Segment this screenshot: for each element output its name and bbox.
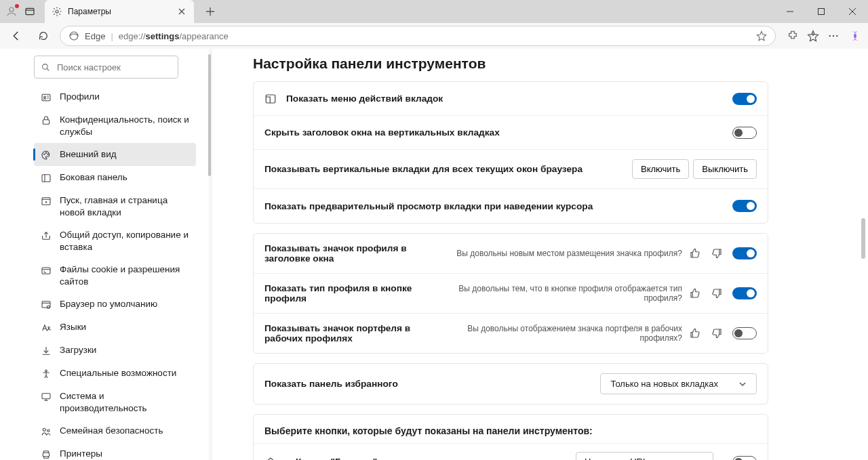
close-tab-button[interactable] (176, 6, 187, 17)
favorite-star-icon[interactable] (756, 30, 767, 41)
notification-dot-icon (15, 4, 19, 8)
configure-url-button[interactable]: Настроить URL-адрес кнопки (576, 452, 713, 460)
row-label: Скрыть заголовок окна на вертикальных вк… (264, 127, 723, 138)
sidebar-item-family[interactable]: Семейная безопасность (34, 419, 196, 442)
profile-icon[interactable] (5, 5, 18, 18)
sidebar-item-label: Семейная безопасность (60, 425, 163, 437)
row-label: Кнопка "Главная" (296, 457, 562, 460)
svg-point-2 (56, 10, 58, 13)
thumbs-down-icon[interactable] (711, 287, 723, 299)
sidebar-item-label: Общий доступ, копирование и вставка (60, 229, 189, 253)
sidebar-item-sidebar[interactable]: Боковая панель (34, 166, 196, 189)
sidebar-list: Профили Конфиденциальность, поиск и служ… (9, 85, 203, 316)
scrollbar-thumb-icon[interactable] (208, 54, 211, 176)
enable-button[interactable]: Включить (632, 159, 689, 179)
tab-icon (264, 93, 277, 105)
search-box[interactable] (34, 56, 178, 79)
maximize-button[interactable] (806, 0, 837, 23)
svg-rect-3 (818, 9, 825, 15)
page-title: Настройка панели инструментов (253, 56, 868, 72)
thumbs-up-icon[interactable] (689, 287, 701, 299)
settings-group-1: Показать меню действий вкладок Скрыть за… (253, 81, 768, 224)
row-briefcase: Показывать значок портфеля в рабочих про… (254, 314, 768, 353)
svg-point-23 (47, 430, 50, 432)
sidebar-item-printers[interactable]: Принтеры (34, 442, 196, 460)
address-field[interactable]: Edge | edge://settings/appearance (60, 26, 776, 46)
svg-rect-26 (266, 95, 275, 103)
svg-rect-9 (42, 94, 50, 100)
accessibility-icon (41, 369, 52, 379)
content: Профили Конфиденциальность, поиск и служ… (0, 49, 868, 460)
sidebar-item-label: Специальные возможности (60, 367, 176, 379)
sidebar-item-system[interactable]: Система и производительность (34, 385, 196, 419)
row-label: Показать панель избранного (264, 379, 600, 389)
sidebar-item-label: Браузер по умолчанию (60, 298, 157, 310)
collections-icon[interactable] (807, 30, 819, 42)
svg-point-6 (833, 35, 834, 37)
active-tab[interactable]: Параметры (45, 0, 194, 23)
svg-rect-18 (42, 301, 50, 308)
select-value: Только на новых вкладках (610, 379, 718, 389)
sidebar-item-profiles[interactable]: Профили (34, 85, 196, 108)
toggle-profile-icon[interactable] (732, 247, 757, 259)
share-icon (41, 230, 52, 241)
svg-rect-1 (26, 8, 34, 14)
tab-overview-icon[interactable] (24, 6, 35, 17)
row-favorites-bar: Показать панель избранного Только на нов… (254, 364, 768, 404)
sidebar-item-privacy[interactable]: Конфиденциальность, поиск и службы (34, 108, 196, 143)
toggle-hide-title-vertical[interactable] (732, 127, 757, 139)
sidebar-item-label: Внешний вид (60, 148, 117, 161)
sidebar-item-label: Система и производительность (60, 390, 189, 414)
svg-point-22 (43, 429, 45, 432)
browser-icon (41, 299, 52, 310)
row-question: Вы довольны новым местом размещения знач… (456, 249, 682, 258)
sidebar-item-languages[interactable]: Языки (34, 316, 196, 339)
sidebar-item-accessibility[interactable]: Специальные возможности (34, 362, 196, 385)
search-icon (41, 62, 50, 72)
svg-point-8 (43, 64, 48, 69)
toggle-briefcase[interactable] (732, 327, 757, 339)
settings-group-2: Показывать значок профиля в заголовке ок… (253, 233, 768, 354)
row-label: Показать тип профиля в кнопке профиля (264, 283, 420, 304)
row-label: Показывать значок профиля в заголовке ок… (264, 243, 454, 264)
thumbs-down-icon[interactable] (711, 247, 723, 259)
lock-icon (41, 115, 52, 126)
sidebar-item-downloads[interactable]: Загрузки (34, 339, 196, 362)
sidebar-item-label: Загрузки (60, 344, 96, 356)
toggle-tab-preview[interactable] (732, 200, 757, 212)
printer-icon (41, 449, 52, 460)
thumbs-down-icon[interactable] (711, 327, 723, 339)
thumbs-up-icon[interactable] (689, 327, 701, 339)
search-input[interactable] (57, 62, 171, 72)
menu-dots-icon[interactable] (827, 30, 840, 42)
favorites-bar-select[interactable]: Только на новых вкладках (600, 373, 757, 394)
extensions-icon[interactable] (787, 30, 799, 42)
gear-icon (52, 6, 62, 17)
system-icon (41, 392, 52, 402)
sidebar-item-appearance[interactable]: Внешний вид (34, 143, 196, 166)
scrollbar-main-icon[interactable] (861, 218, 865, 259)
row-show-tab-actions: Показать меню действий вкладок (254, 82, 768, 116)
row-profile-icon-header: Показывать значок профиля в заголовке ок… (254, 234, 768, 274)
choose-buttons-header: Выберите кнопки, которые будут показаны … (254, 415, 768, 443)
toggle-show-tab-actions[interactable] (732, 93, 757, 105)
svg-rect-15 (42, 175, 50, 182)
sidebar-item-cookies[interactable]: Файлы cookie и разрешения сайтов (34, 258, 196, 293)
toggle-profile-type[interactable] (732, 287, 757, 299)
toggle-home-button[interactable] (732, 456, 757, 461)
panel-icon (41, 173, 52, 184)
svg-rect-24 (43, 453, 49, 457)
disable-button[interactable]: Выключить (693, 159, 757, 179)
sidebar-list-2: Языки Загрузки Специальные возможности С… (9, 316, 203, 460)
reload-button[interactable] (33, 25, 54, 47)
copilot-icon[interactable] (848, 28, 863, 43)
new-tab-button[interactable] (201, 0, 220, 23)
sidebar-item-default-browser[interactable]: Браузер по умолчанию (34, 293, 196, 316)
back-button[interactable] (5, 25, 27, 47)
close-window-button[interactable] (837, 0, 868, 23)
sidebar-item-share[interactable]: Общий доступ, копирование и вставка (34, 224, 196, 258)
minimize-button[interactable] (774, 0, 806, 23)
sidebar-item-start[interactable]: Пуск, главная и страница новой вкладки (34, 189, 196, 224)
row-label: Показать предварительный просмотр вкладк… (264, 201, 723, 211)
thumbs-up-icon[interactable] (689, 247, 701, 259)
